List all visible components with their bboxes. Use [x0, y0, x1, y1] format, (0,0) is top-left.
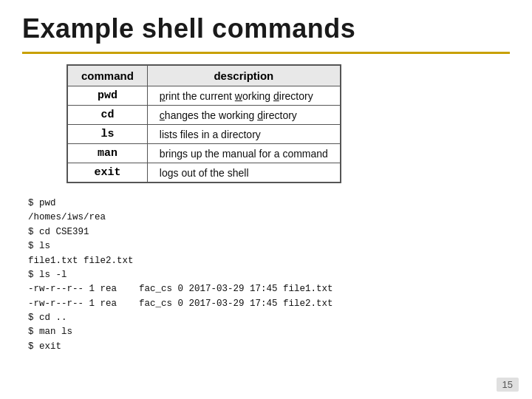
cmd-ls: ls	[67, 125, 147, 144]
cmd-cd: cd	[67, 106, 147, 125]
cmd-exit: exit	[67, 163, 147, 183]
cmd-man: man	[67, 144, 147, 163]
title-divider	[22, 52, 510, 54]
commands-table-wrapper: command description pwd print the curren…	[66, 64, 341, 183]
desc-exit: logs out of the shell	[147, 163, 341, 183]
table-row: ls lists files in a directory	[67, 125, 341, 144]
table-row: exit logs out of the shell	[67, 163, 341, 183]
desc-ls: lists files in a directory	[147, 125, 341, 144]
desc-pwd: print the current working directory	[147, 86, 341, 106]
desc-cd: changes the working directory	[147, 106, 341, 125]
table-row: cd changes the working directory	[67, 106, 341, 125]
table-row: pwd print the current working directory	[67, 86, 341, 106]
page-number: 15	[497, 378, 519, 392]
col-header-command: command	[67, 65, 147, 86]
content-area: command description pwd print the curren…	[22, 64, 510, 354]
cmd-pwd: pwd	[67, 86, 147, 106]
table-row: man brings up the manual for a command	[67, 144, 341, 163]
slide-title: Example shell commands	[22, 13, 510, 44]
desc-man: brings up the manual for a command	[147, 144, 341, 163]
commands-table: command description pwd print the curren…	[66, 64, 341, 183]
col-header-description: description	[147, 65, 341, 86]
slide: Example shell commands command descripti…	[0, 0, 532, 399]
terminal-output: $ pwd /homes/iws/rea $ cd CSE391 $ ls fi…	[28, 197, 333, 354]
